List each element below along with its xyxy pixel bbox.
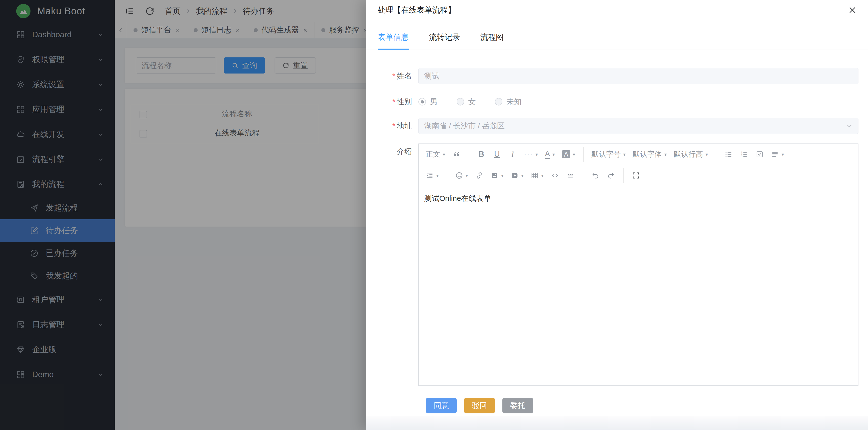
divider-button[interactable] (563, 168, 578, 183)
video-button[interactable]: ▾ (508, 168, 527, 183)
emoji-button[interactable]: ▾ (452, 168, 471, 183)
font-size-select[interactable]: 默认字号▾ (589, 147, 629, 162)
bold-button[interactable]: B (474, 147, 489, 162)
address-label: 地址 (366, 118, 418, 134)
line-height-select[interactable]: 默认行高▾ (671, 147, 711, 162)
radio-icon (495, 98, 502, 106)
drawer-tabs: 表单信息 流转记录 流程图 (366, 20, 868, 50)
drawer-actions: 同意 驳回 委托 (426, 398, 533, 413)
code-button[interactable] (548, 168, 562, 183)
font-family-select[interactable]: 默认字体▾ (630, 147, 670, 162)
tab-flow-records[interactable]: 流转记录 (429, 32, 460, 50)
redo-button[interactable] (604, 168, 618, 183)
close-icon[interactable] (848, 5, 857, 15)
link-button[interactable] (472, 168, 487, 183)
underline-button[interactable]: U (490, 147, 504, 162)
drawer-title: 处理【在线表单流程】 (378, 5, 456, 16)
gender-radio-group: 男 女 未知 (418, 94, 859, 110)
bg-color-button[interactable]: A▾ (559, 147, 578, 162)
form-row-address: 地址 湖南省 / 长沙市 / 岳麓区 (366, 118, 859, 134)
drawer-header: 处理【在线表单流程】 (366, 0, 868, 20)
editor-toolbar: 正文▾ B U I ···▾ A▾ A▾ 默认字号▾ 默认字体▾ (418, 144, 858, 186)
table-button[interactable]: ▾ (528, 168, 547, 183)
todo-list-button[interactable] (752, 147, 767, 162)
radio-unknown[interactable]: 未知 (495, 97, 522, 107)
more-styles-button[interactable]: ···▾ (521, 147, 541, 162)
process-drawer: 处理【在线表单流程】 表单信息 流转记录 流程图 姓名 性别 男 (366, 0, 868, 430)
intro-label: 介绍 (366, 143, 418, 160)
address-cascader[interactable]: 湖南省 / 长沙市 / 岳麓区 (418, 118, 859, 134)
align-button[interactable]: ▾ (768, 147, 787, 162)
gender-label: 性别 (366, 94, 418, 110)
font-color-button[interactable]: A▾ (542, 147, 558, 162)
modal-overlay[interactable] (0, 0, 366, 430)
radio-male[interactable]: 男 (418, 97, 437, 107)
quote-icon[interactable] (450, 147, 464, 162)
reject-button[interactable]: 驳回 (464, 398, 495, 413)
form-row-intro: 介绍 正文▾ B U I ···▾ A▾ A▾ (366, 143, 859, 386)
drawer-footer-strip (366, 416, 868, 430)
editor-content[interactable]: 测试Online在线表单 (418, 186, 858, 211)
image-button[interactable]: ▾ (488, 168, 507, 183)
rich-text-editor: 正文▾ B U I ···▾ A▾ A▾ 默认字号▾ 默认字体▾ (418, 143, 859, 386)
radio-icon (457, 98, 464, 106)
agree-button[interactable]: 同意 (426, 398, 457, 413)
undo-button[interactable] (588, 168, 603, 183)
name-field[interactable] (418, 68, 859, 84)
delegate-button[interactable]: 委托 (502, 398, 533, 413)
indent-button[interactable]: ▾ (423, 168, 442, 183)
chevron-down-icon (846, 122, 853, 130)
fullscreen-button[interactable] (629, 168, 643, 183)
editor-style-select[interactable]: 正文▾ (423, 147, 448, 162)
bullet-list-button[interactable] (721, 147, 736, 162)
tab-flow-diagram[interactable]: 流程图 (480, 32, 504, 50)
name-label: 姓名 (366, 68, 418, 84)
italic-button[interactable]: I (505, 147, 520, 162)
tab-form-info[interactable]: 表单信息 (378, 32, 409, 50)
ordered-list-button[interactable]: 123 (737, 147, 751, 162)
radio-female[interactable]: 女 (457, 97, 476, 107)
svg-text:3: 3 (741, 155, 742, 157)
app-root: Maku Boot Dashboard 权限管理 系统设置 应用管理 (0, 0, 868, 430)
form-row-name: 姓名 (366, 68, 859, 84)
form-row-gender: 性别 男 女 未知 (366, 94, 859, 110)
radio-checked-icon (418, 98, 426, 106)
